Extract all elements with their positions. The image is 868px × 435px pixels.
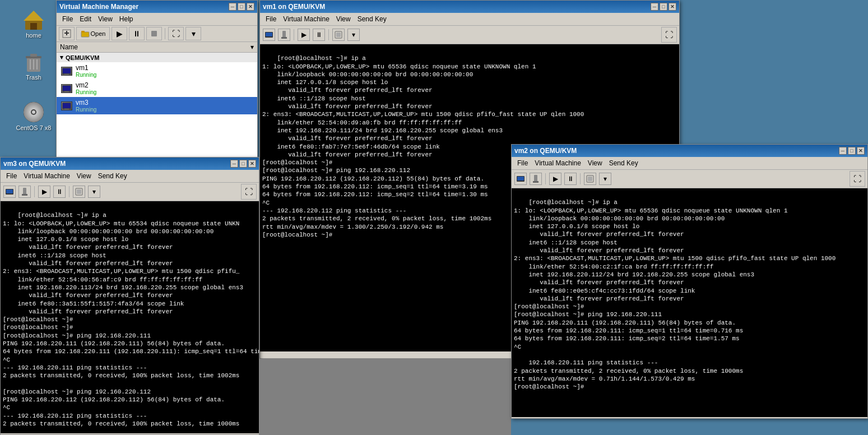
vm1-menu-file[interactable]: File — [262, 14, 280, 24]
vmm-group-qemu: ▾ QEMU/KVM — [57, 53, 257, 62]
vm1-menu-sendkey[interactable]: Send Key — [354, 14, 390, 24]
svg-rect-41 — [517, 177, 524, 181]
vm2-run-btn[interactable]: ▶ — [549, 173, 561, 185]
vm3-menu-view[interactable]: View — [73, 171, 95, 181]
trash-icon[interactable]: Trash — [14, 50, 53, 81]
vmm-dropdown-btn[interactable]: ▾ — [185, 27, 201, 40]
vmm-fullscreen-btn[interactable]: ⛶ — [168, 27, 184, 40]
vm3-window: vm3 on QEMU/KVM ─ □ ✕ File Virtual Machi… — [0, 157, 259, 435]
vm1-menu-vm[interactable]: Virtual Machine — [280, 14, 333, 24]
vm3-run-btn[interactable]: ▶ — [38, 186, 50, 198]
vm1-usb-btn[interactable] — [278, 29, 290, 41]
vm2-titlebar-buttons: ─ □ ✕ — [839, 147, 865, 155]
svg-marker-1 — [24, 11, 44, 21]
vm2-snapshot-btn[interactable] — [584, 173, 596, 185]
vm1-expand-btn[interactable]: ⛶ — [661, 27, 677, 43]
vm2-dropdown-btn[interactable]: ▾ — [599, 173, 611, 185]
vm2-expand-btn[interactable]: ⛶ — [850, 171, 865, 187]
vmm-vm-list: ▾ QEMU/KVM vm1 Running vm2 Running — [57, 53, 257, 164]
vm3-sep1 — [34, 186, 35, 197]
vm2-usb-btn[interactable] — [530, 173, 542, 185]
vmm-vm1-item[interactable]: vm1 Running — [57, 62, 257, 80]
vmm-vm1-icon — [61, 67, 72, 76]
svg-point-12 — [32, 110, 35, 114]
vm3-snapshot-btn[interactable] — [73, 186, 85, 198]
vmm-vm2-icon — [61, 84, 72, 93]
vm2-menu-sendkey[interactable]: Send Key — [606, 158, 642, 168]
vm2-terminal[interactable]: [root@localhost ~]# ip a 1: lo: <LOOPBAC… — [512, 188, 867, 417]
vm3-close-btn[interactable]: ✕ — [248, 160, 256, 168]
vmm-close-btn[interactable]: ✕ — [247, 3, 254, 11]
vmm-vm3-icon — [61, 101, 72, 110]
vmm-menu-file[interactable]: File — [59, 14, 76, 24]
svg-rect-5 — [30, 54, 37, 57]
vmm-name-header: Name ▾ — [57, 42, 257, 53]
svg-rect-24 — [64, 91, 69, 92]
vm3-terminal[interactable]: [root@localhost ~]# ip a 1: lo: <LOOPBAC… — [1, 201, 259, 433]
vmm-vm3-info: vm3 Running — [76, 99, 96, 113]
vm2-screen-btn[interactable] — [514, 173, 527, 185]
vmm-minimize-btn[interactable]: ─ — [229, 3, 236, 11]
vm3-expand-btn[interactable]: ⛶ — [241, 184, 257, 200]
svg-rect-20 — [63, 68, 71, 73]
vm1-maximize-btn[interactable]: □ — [660, 3, 667, 11]
vm1-screen-btn[interactable] — [263, 29, 275, 41]
vm1-snapshot-btn[interactable] — [332, 29, 345, 41]
vm1-titlebar: vm1 on QEMU/KVM ─ □ ✕ — [260, 1, 679, 13]
vm3-menu-vm[interactable]: Virtual Machine — [20, 171, 73, 181]
vm2-window: vm2 on QEMU/KVM ─ □ ✕ File Virtual Machi… — [511, 144, 868, 419]
vm3-menu-sendkey[interactable]: Send Key — [95, 171, 131, 181]
vm1-menu-view[interactable]: View — [333, 14, 354, 24]
vm3-minimize-btn[interactable]: ─ — [230, 160, 238, 168]
home-icon[interactable]: home — [14, 8, 53, 39]
vmm-vm3-name: vm3 — [76, 99, 96, 107]
vmm-menu-help[interactable]: Help — [116, 14, 137, 24]
vm1-minimize-btn[interactable]: ─ — [651, 3, 658, 11]
vm3-screen-btn[interactable] — [3, 186, 16, 198]
vm3-maximize-btn[interactable]: □ — [239, 160, 247, 168]
home-label: home — [26, 32, 41, 39]
vm3-pause-btn[interactable]: ⏸ — [53, 186, 66, 198]
vmm-run-btn[interactable]: ▶ — [112, 27, 127, 40]
vm2-minimize-btn[interactable]: ─ — [839, 147, 847, 155]
vmm-stop-btn[interactable] — [146, 27, 162, 40]
vm3-menu-file[interactable]: File — [3, 171, 20, 181]
vmm-new-btn[interactable] — [59, 27, 75, 40]
vm1-close-btn[interactable]: ✕ — [669, 3, 676, 11]
vm1-dropdown-btn[interactable]: ▾ — [347, 29, 360, 41]
vm2-toolbar: ▶ ⏸ ▾ ⛶ — [512, 170, 867, 188]
svg-rect-33 — [336, 33, 341, 37]
vmm-vm3-item[interactable]: vm3 Running — [57, 97, 257, 114]
vmm-name-col: Name — [60, 43, 78, 51]
vmm-vm1-name: vm1 — [76, 64, 96, 72]
vm2-menu-file[interactable]: File — [514, 158, 531, 168]
svg-rect-26 — [63, 103, 71, 108]
vmm-vm2-name: vm2 — [76, 81, 96, 89]
vmm-pause-btn[interactable]: ⏸ — [129, 27, 145, 40]
svg-rect-31 — [281, 37, 287, 39]
vmm-maximize-btn[interactable]: □ — [238, 3, 245, 11]
vmm-vm1-info: vm1 Running — [76, 64, 96, 78]
vm2-menu-view[interactable]: View — [584, 158, 606, 168]
vmm-title: Virtual Machine Manager — [59, 3, 138, 11]
vm2-pause-btn[interactable]: ⏸ — [564, 173, 577, 185]
vmm-titlebar: Virtual Machine Manager ─ □ ✕ — [57, 1, 257, 13]
vm1-sep2 — [328, 29, 329, 40]
vm3-titlebar-buttons: ─ □ ✕ — [230, 160, 256, 168]
vm3-dropdown-btn[interactable]: ▾ — [88, 186, 100, 198]
centos-icon[interactable]: CentOS 7 x8 — [14, 101, 53, 131]
vm1-pause-btn[interactable]: ⏸ — [313, 29, 325, 41]
vmm-vm3-status: Running — [76, 107, 96, 113]
vmm-open-btn[interactable]: Open — [76, 27, 110, 40]
svg-rect-45 — [588, 177, 592, 181]
vm2-close-btn[interactable]: ✕ — [857, 147, 865, 155]
vmm-vm2-item[interactable]: vm2 Running — [57, 80, 257, 97]
vm2-maximize-btn[interactable]: □ — [848, 147, 856, 155]
vm3-usb-btn[interactable] — [18, 186, 31, 198]
vmm-menu-edit[interactable]: Edit — [76, 14, 95, 24]
vm1-run-btn[interactable]: ▶ — [298, 29, 310, 41]
svg-rect-29 — [266, 33, 272, 36]
svg-rect-27 — [64, 109, 69, 110]
vmm-menu-view[interactable]: View — [95, 14, 116, 24]
vm2-menu-vm[interactable]: Virtual Machine — [531, 158, 584, 168]
